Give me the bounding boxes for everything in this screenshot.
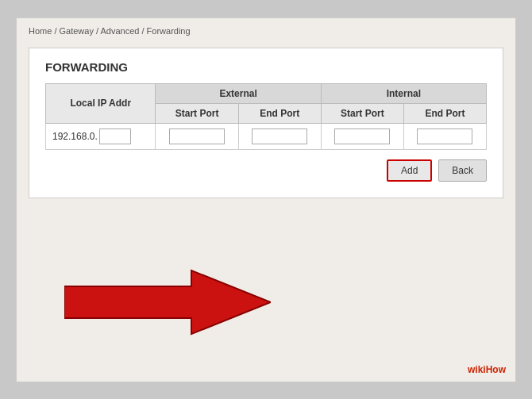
table-row: 192.168.0. — [46, 123, 487, 149]
ip-prefix: 192.168.0. — [52, 131, 98, 142]
wikihow-suffix: How — [486, 364, 506, 375]
col-start-port-ext: Start Port — [156, 103, 238, 123]
col-end-port-int: End Port — [403, 103, 486, 123]
breadcrumb: Home / Gateway / Advanced / Forwarding — [29, 26, 503, 36]
section-title: FORWARDING — [45, 60, 487, 74]
col-internal: Internal — [321, 83, 486, 103]
start-port-int-input[interactable] — [334, 129, 390, 144]
start-port-int-cell — [321, 123, 403, 149]
wikihow-logo: wikiHow — [468, 364, 506, 375]
end-port-ext-cell — [238, 123, 321, 149]
start-port-ext-cell — [156, 123, 238, 149]
red-arrow — [64, 267, 271, 338]
svg-marker-0 — [64, 270, 271, 334]
ip-last-octet-input[interactable] — [99, 129, 131, 144]
wikihow-prefix: wiki — [468, 364, 486, 375]
end-port-ext-input[interactable] — [252, 129, 307, 144]
forwarding-table: Local IP Addr External Internal Start Po… — [45, 83, 487, 150]
screenshot-container: Home / Gateway / Advanced / Forwarding F… — [16, 17, 516, 382]
col-local-ip: Local IP Addr — [46, 83, 156, 123]
col-start-port-int: Start Port — [321, 103, 403, 123]
ip-cell: 192.168.0. — [46, 123, 156, 149]
col-external: External — [156, 83, 321, 103]
col-end-port-ext: End Port — [238, 103, 321, 123]
back-button[interactable]: Back — [438, 159, 487, 182]
content-area: FORWARDING Local IP Addr External Intern… — [29, 48, 503, 198]
button-row: Add Back — [45, 159, 487, 182]
end-port-int-input[interactable] — [417, 129, 472, 144]
start-port-ext-input[interactable] — [169, 129, 225, 144]
end-port-int-cell — [403, 123, 486, 149]
add-button[interactable]: Add — [387, 159, 432, 182]
